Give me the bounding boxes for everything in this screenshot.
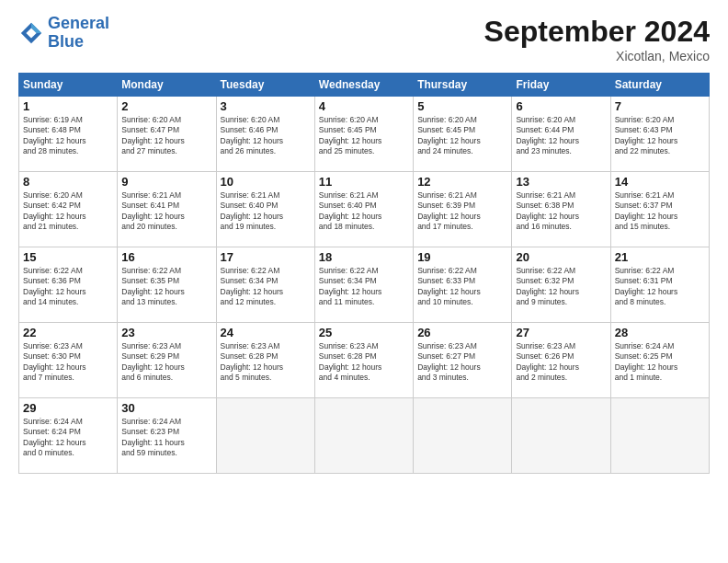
day-number: 22 [23, 326, 113, 339]
cell-content: Sunrise: 6:20 AM Sunset: 6:43 PM Dayligh… [615, 115, 705, 157]
day-number: 18 [319, 250, 409, 264]
day-number: 14 [615, 175, 705, 189]
cell-content: Sunrise: 6:21 AM Sunset: 6:41 PM Dayligh… [121, 190, 211, 233]
week-row-4: 22Sunrise: 6:23 AM Sunset: 6:30 PM Dayli… [19, 323, 710, 398]
logo-icon [18, 20, 44, 46]
cell-content: Sunrise: 6:23 AM Sunset: 6:28 PM Dayligh… [319, 341, 409, 384]
cell-content: Sunrise: 6:21 AM Sunset: 6:38 PM Dayligh… [516, 190, 606, 233]
day-number: 12 [417, 175, 507, 189]
day-number: 29 [23, 401, 113, 415]
location: Xicotlan, Mexico [484, 49, 710, 63]
table-row: 27Sunrise: 6:23 AM Sunset: 6:26 PM Dayli… [512, 323, 610, 398]
table-row: 29Sunrise: 6:24 AM Sunset: 6:24 PM Dayli… [19, 398, 118, 474]
day-number: 15 [23, 250, 113, 264]
day-number: 19 [417, 250, 507, 264]
day-number: 26 [417, 326, 507, 339]
cell-content: Sunrise: 6:20 AM Sunset: 6:45 PM Dayligh… [417, 115, 507, 157]
day-number: 9 [121, 175, 211, 189]
cell-content: Sunrise: 6:22 AM Sunset: 6:35 PM Dayligh… [121, 266, 211, 308]
header-sunday: Sunday [19, 74, 118, 97]
header-tuesday: Tuesday [216, 74, 314, 97]
day-number: 17 [221, 250, 311, 264]
cell-content: Sunrise: 6:23 AM Sunset: 6:27 PM Dayligh… [417, 341, 507, 384]
week-row-3: 15Sunrise: 6:22 AM Sunset: 6:36 PM Dayli… [19, 247, 710, 323]
day-number: 13 [516, 175, 606, 189]
cell-content: Sunrise: 6:22 AM Sunset: 6:34 PM Dayligh… [221, 266, 311, 308]
table-row [216, 398, 314, 474]
day-number: 6 [516, 99, 606, 113]
day-number: 7 [615, 99, 705, 113]
cell-content: Sunrise: 6:23 AM Sunset: 6:30 PM Dayligh… [23, 341, 113, 384]
table-row: 15Sunrise: 6:22 AM Sunset: 6:36 PM Dayli… [19, 247, 118, 323]
day-number: 20 [516, 250, 606, 264]
day-number: 30 [121, 401, 211, 415]
day-number: 2 [121, 99, 211, 113]
logo-text: General Blue [48, 15, 109, 52]
table-row: 17Sunrise: 6:22 AM Sunset: 6:34 PM Dayli… [216, 247, 314, 323]
month-title: September 2024 [484, 15, 710, 49]
day-number: 16 [121, 250, 211, 264]
page: General Blue September 2024 Xicotlan, Me… [0, 0, 728, 563]
cell-content: Sunrise: 6:22 AM Sunset: 6:36 PM Dayligh… [23, 266, 113, 308]
cell-content: Sunrise: 6:20 AM Sunset: 6:45 PM Dayligh… [319, 115, 409, 157]
table-row: 11Sunrise: 6:21 AM Sunset: 6:40 PM Dayli… [314, 172, 413, 247]
table-row: 22Sunrise: 6:23 AM Sunset: 6:30 PM Dayli… [19, 323, 118, 398]
day-number: 10 [221, 175, 311, 189]
logo: General Blue [18, 15, 109, 52]
cell-content: Sunrise: 6:23 AM Sunset: 6:26 PM Dayligh… [516, 341, 606, 384]
table-row: 10Sunrise: 6:21 AM Sunset: 6:40 PM Dayli… [216, 172, 314, 247]
cell-content: Sunrise: 6:20 AM Sunset: 6:44 PM Dayligh… [516, 115, 606, 157]
table-row: 1Sunrise: 6:19 AM Sunset: 6:48 PM Daylig… [19, 97, 118, 172]
day-number: 3 [221, 99, 311, 113]
table-row [610, 398, 709, 474]
table-row: 25Sunrise: 6:23 AM Sunset: 6:28 PM Dayli… [314, 323, 413, 398]
cell-content: Sunrise: 6:24 AM Sunset: 6:23 PM Dayligh… [121, 417, 211, 459]
table-row: 14Sunrise: 6:21 AM Sunset: 6:37 PM Dayli… [610, 172, 709, 247]
day-number: 5 [417, 99, 507, 113]
cell-content: Sunrise: 6:23 AM Sunset: 6:29 PM Dayligh… [121, 341, 211, 384]
table-row: 28Sunrise: 6:24 AM Sunset: 6:25 PM Dayli… [610, 323, 709, 398]
table-row: 20Sunrise: 6:22 AM Sunset: 6:32 PM Dayli… [512, 247, 610, 323]
header-friday: Friday [512, 74, 610, 97]
cell-content: Sunrise: 6:24 AM Sunset: 6:25 PM Dayligh… [615, 341, 705, 384]
table-row: 6Sunrise: 6:20 AM Sunset: 6:44 PM Daylig… [512, 97, 610, 172]
day-number: 21 [615, 250, 705, 264]
day-number: 25 [319, 326, 409, 339]
title-block: September 2024 Xicotlan, Mexico [484, 15, 710, 63]
cell-content: Sunrise: 6:22 AM Sunset: 6:34 PM Dayligh… [319, 266, 409, 308]
calendar-header-row: Sunday Monday Tuesday Wednesday Thursday… [19, 74, 710, 97]
calendar-table: Sunday Monday Tuesday Wednesday Thursday… [18, 73, 710, 474]
cell-content: Sunrise: 6:22 AM Sunset: 6:33 PM Dayligh… [417, 266, 507, 308]
table-row [414, 398, 512, 474]
header-monday: Monday [118, 74, 216, 97]
table-row: 16Sunrise: 6:22 AM Sunset: 6:35 PM Dayli… [118, 247, 216, 323]
day-number: 8 [23, 175, 113, 189]
table-row: 18Sunrise: 6:22 AM Sunset: 6:34 PM Dayli… [314, 247, 413, 323]
table-row: 5Sunrise: 6:20 AM Sunset: 6:45 PM Daylig… [414, 97, 512, 172]
day-number: 27 [516, 326, 606, 339]
table-row: 13Sunrise: 6:21 AM Sunset: 6:38 PM Dayli… [512, 172, 610, 247]
week-row-5: 29Sunrise: 6:24 AM Sunset: 6:24 PM Dayli… [19, 398, 710, 474]
table-row: 21Sunrise: 6:22 AM Sunset: 6:31 PM Dayli… [610, 247, 709, 323]
cell-content: Sunrise: 6:19 AM Sunset: 6:48 PM Dayligh… [23, 115, 113, 157]
header: General Blue September 2024 Xicotlan, Me… [18, 15, 710, 63]
table-row: 26Sunrise: 6:23 AM Sunset: 6:27 PM Dayli… [414, 323, 512, 398]
table-row: 24Sunrise: 6:23 AM Sunset: 6:28 PM Dayli… [216, 323, 314, 398]
cell-content: Sunrise: 6:22 AM Sunset: 6:32 PM Dayligh… [516, 266, 606, 308]
day-number: 4 [319, 99, 409, 113]
table-row: 19Sunrise: 6:22 AM Sunset: 6:33 PM Dayli… [414, 247, 512, 323]
table-row [314, 398, 413, 474]
cell-content: Sunrise: 6:20 AM Sunset: 6:42 PM Dayligh… [23, 190, 113, 233]
cell-content: Sunrise: 6:24 AM Sunset: 6:24 PM Dayligh… [23, 417, 113, 459]
table-row: 9Sunrise: 6:21 AM Sunset: 6:41 PM Daylig… [118, 172, 216, 247]
day-number: 28 [615, 326, 705, 339]
day-number: 1 [23, 99, 113, 113]
cell-content: Sunrise: 6:20 AM Sunset: 6:46 PM Dayligh… [221, 115, 311, 157]
table-row: 8Sunrise: 6:20 AM Sunset: 6:42 PM Daylig… [19, 172, 118, 247]
cell-content: Sunrise: 6:21 AM Sunset: 6:37 PM Dayligh… [615, 190, 705, 233]
table-row: 3Sunrise: 6:20 AM Sunset: 6:46 PM Daylig… [216, 97, 314, 172]
day-number: 11 [319, 175, 409, 189]
day-number: 23 [121, 326, 211, 339]
table-row: 4Sunrise: 6:20 AM Sunset: 6:45 PM Daylig… [314, 97, 413, 172]
table-row: 7Sunrise: 6:20 AM Sunset: 6:43 PM Daylig… [610, 97, 709, 172]
